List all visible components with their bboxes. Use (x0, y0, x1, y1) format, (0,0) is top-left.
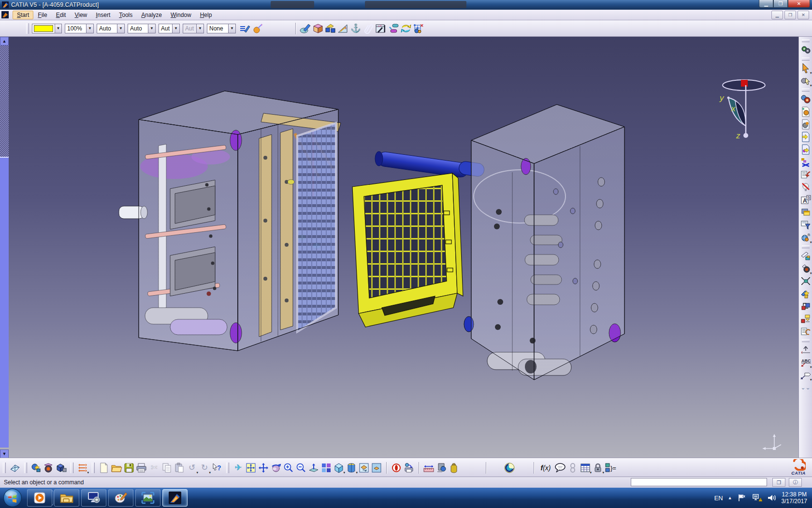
menu-edit[interactable]: Edit (52, 11, 71, 19)
update-gears-icon[interactable] (799, 44, 812, 56)
taskbar-clock[interactable]: 12:38 PM 3/17/2017 (782, 491, 807, 505)
comment-bubble-icon[interactable] (554, 462, 566, 474)
volume-icon[interactable] (767, 493, 777, 502)
hide-squares-icon[interactable] (799, 156, 812, 168)
rotate-icon[interactable] (270, 462, 282, 474)
link-chain-icon[interactable] (566, 462, 579, 474)
toolbar-drag-handle[interactable] (802, 245, 810, 248)
list-undo-icon[interactable] (799, 168, 812, 181)
normal-view-icon[interactable] (307, 462, 320, 474)
taskbar-remote-desktop[interactable] (81, 489, 106, 507)
menu-help[interactable]: Help (196, 11, 217, 19)
close-button[interactable]: ✕ (788, 0, 810, 8)
redo-icon[interactable]: ↻▾ (198, 462, 211, 474)
language-indicator[interactable]: EN (714, 494, 723, 502)
no-show-bulb-icon[interactable] (799, 181, 812, 194)
minimize-button[interactable]: ▁ (759, 0, 773, 8)
swap-visible-space-icon[interactable] (370, 462, 383, 474)
toolbar-drag-handle[interactable] (226, 463, 229, 473)
painter-icon[interactable] (239, 22, 251, 35)
action-center-flag-icon[interactable] (737, 493, 747, 502)
anchor-icon[interactable]: ⚓ (349, 22, 362, 35)
new-document-icon[interactable] (98, 462, 110, 474)
measure-y-icon[interactable] (799, 344, 812, 356)
more-tools-icon[interactable]: ⌄⌄ (799, 381, 812, 394)
menu-window[interactable]: Window (166, 11, 196, 19)
formula-fx-icon[interactable]: f(x) (537, 462, 554, 474)
pan-icon[interactable] (257, 462, 270, 474)
assembly-cubes-icon[interactable] (324, 22, 337, 35)
toolbar-drag-handle[interactable] (71, 463, 73, 473)
chevron-down-icon[interactable]: ▼ (148, 24, 155, 33)
camera-gear-icon[interactable]: ▾ (799, 262, 812, 275)
taskbar-windows-media-player[interactable] (27, 489, 52, 507)
workbench-star-icon[interactable] (30, 462, 43, 474)
doc-gear-blue-icon[interactable] (799, 118, 812, 131)
chevron-down-icon[interactable]: ▼ (86, 24, 93, 33)
mdi-restore-button[interactable]: ❐ (784, 11, 796, 19)
lock-icon[interactable]: ▾ (592, 462, 604, 474)
measure-protractor-icon[interactable]: 1 (337, 22, 349, 35)
open-folder-icon[interactable] (110, 462, 123, 474)
mdi-close-button[interactable]: ✕ (798, 11, 809, 19)
select-options-icon[interactable]: ▾ (799, 75, 812, 87)
fill-color-combo[interactable]: ▼ (32, 24, 62, 33)
chevron-down-icon[interactable]: ▼ (117, 24, 124, 33)
copy-icon[interactable] (160, 462, 173, 474)
chevron-down-icon[interactable]: ▾ (810, 241, 812, 243)
menu-analyze[interactable]: Analyze (137, 11, 166, 19)
exploded-view-icon[interactable] (799, 275, 812, 287)
chevron-down-icon[interactable]: ▾ (810, 366, 812, 368)
start-button[interactable] (3, 488, 22, 508)
guide-bar[interactable] (375, 151, 485, 178)
catalog-book-icon[interactable] (9, 462, 21, 474)
scrollbar-track[interactable] (0, 45, 9, 157)
hide-show-icon[interactable] (358, 462, 370, 474)
mold-cavity-half[interactable] (464, 105, 624, 380)
transparency-combo[interactable]: 100% ▼ (65, 24, 94, 33)
swap-arrows-icon[interactable] (400, 22, 412, 35)
molded-part-crate[interactable] (352, 173, 463, 327)
chevron-down-icon[interactable]: ▾ (810, 378, 812, 381)
mold-assembly-model[interactable] (0, 37, 798, 458)
expand-input-button[interactable]: ❐ (772, 478, 785, 487)
zoom-out-icon[interactable] (295, 462, 307, 474)
menu-view[interactable]: View (70, 11, 91, 19)
fit-all-in-icon[interactable] (245, 462, 257, 474)
spellcheck-abc-icon[interactable]: ABC▾ (799, 356, 812, 369)
menu-start[interactable]: Start (13, 11, 33, 19)
layer-combo[interactable]: None ▼ (207, 24, 236, 33)
compass-axis-z[interactable]: z (736, 131, 740, 140)
power-input-field[interactable] (631, 478, 767, 486)
pen-ellipse-icon[interactable] (299, 22, 312, 35)
context-help-icon[interactable]: ? (211, 462, 223, 474)
measure-between-icon[interactable] (422, 462, 435, 474)
zoom-in-icon[interactable] (282, 462, 295, 474)
scroll-down-button[interactable]: ▼ (0, 449, 9, 458)
taskbar-catia-v5[interactable] (162, 489, 188, 507)
pen-box-icon[interactable] (799, 250, 812, 262)
quad-view-icon[interactable] (320, 462, 333, 474)
toolbar-drag-handle[interactable] (802, 89, 810, 91)
toolbar-drag-handle[interactable] (24, 463, 27, 473)
chevron-down-icon[interactable]: ▾ (810, 84, 812, 87)
sync-gears-icon[interactable] (799, 93, 812, 105)
screwdriver-icon[interactable] (387, 22, 400, 35)
chevron-down-icon[interactable]: ▼ (172, 24, 179, 33)
linked-cubes-icon[interactable] (799, 300, 812, 313)
menu-insert[interactable]: Insert (91, 11, 115, 19)
cut-icon[interactable]: ✂ (148, 462, 160, 474)
network-warning-icon[interactable]: ! (752, 493, 762, 502)
render-camera-icon[interactable] (43, 462, 55, 474)
doc-gear-yellow-icon[interactable] (799, 105, 812, 118)
taskbar-paint[interactable] (108, 489, 133, 507)
chevron-down-icon[interactable]: ▾ (810, 272, 812, 274)
3d-viewport[interactable]: ▲ ▼ y x z (0, 37, 798, 458)
knowledge-arrows-icon[interactable]: ▾ (76, 462, 89, 474)
wizard-icon[interactable] (251, 22, 264, 35)
measure-item-icon[interactable] (435, 462, 448, 474)
paste-icon[interactable] (173, 462, 186, 474)
info-button[interactable]: ⓘ (789, 478, 802, 487)
list-swirl-icon[interactable] (799, 325, 812, 338)
doc-export-icon[interactable] (799, 131, 812, 143)
